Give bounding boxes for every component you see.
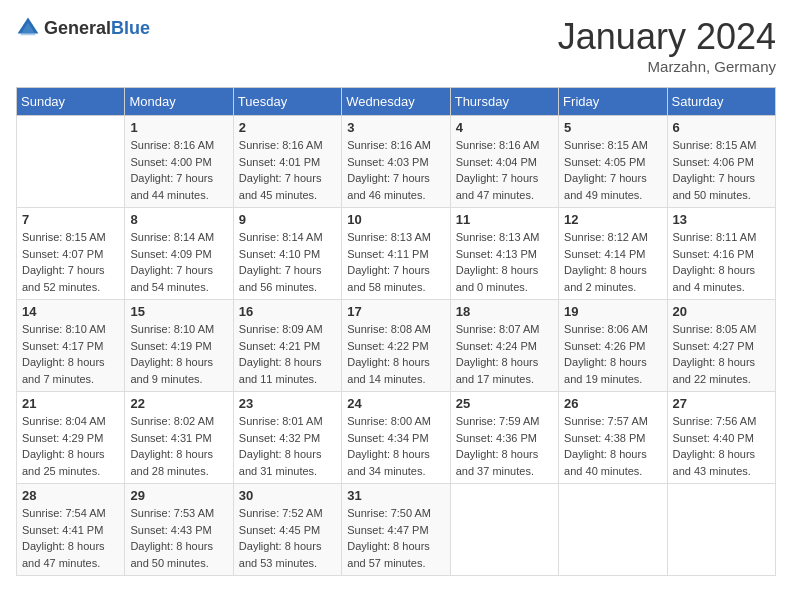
day-detail: Sunset: 4:40 PM bbox=[673, 430, 770, 447]
day-number: 11 bbox=[456, 212, 553, 227]
day-number: 28 bbox=[22, 488, 119, 503]
day-number: 4 bbox=[456, 120, 553, 135]
day-number: 6 bbox=[673, 120, 770, 135]
day-info: Sunrise: 8:10 AMSunset: 4:19 PMDaylight:… bbox=[130, 321, 227, 387]
day-detail: Sunset: 4:13 PM bbox=[456, 246, 553, 263]
logo-text-blue: Blue bbox=[111, 18, 150, 38]
day-info: Sunrise: 7:52 AMSunset: 4:45 PMDaylight:… bbox=[239, 505, 336, 571]
day-number: 22 bbox=[130, 396, 227, 411]
day-detail: Sunrise: 8:05 AM bbox=[673, 321, 770, 338]
day-detail: Sunrise: 8:15 AM bbox=[564, 137, 661, 154]
day-detail: Sunset: 4:16 PM bbox=[673, 246, 770, 263]
day-detail: Sunrise: 8:15 AM bbox=[673, 137, 770, 154]
page-header: GeneralBlue January 2024 Marzahn, German… bbox=[16, 16, 776, 75]
day-info: Sunrise: 8:11 AMSunset: 4:16 PMDaylight:… bbox=[673, 229, 770, 295]
day-detail: Daylight: 7 hours and 58 minutes. bbox=[347, 262, 444, 295]
day-detail: Sunset: 4:41 PM bbox=[22, 522, 119, 539]
calendar-cell bbox=[667, 484, 775, 576]
day-detail: Sunset: 4:47 PM bbox=[347, 522, 444, 539]
day-info: Sunrise: 8:07 AMSunset: 4:24 PMDaylight:… bbox=[456, 321, 553, 387]
day-detail: Sunrise: 8:14 AM bbox=[239, 229, 336, 246]
day-number: 5 bbox=[564, 120, 661, 135]
calendar-cell: 23Sunrise: 8:01 AMSunset: 4:32 PMDayligh… bbox=[233, 392, 341, 484]
calendar-cell: 27Sunrise: 7:56 AMSunset: 4:40 PMDayligh… bbox=[667, 392, 775, 484]
day-number: 8 bbox=[130, 212, 227, 227]
day-detail: Daylight: 7 hours and 44 minutes. bbox=[130, 170, 227, 203]
day-of-week-wednesday: Wednesday bbox=[342, 88, 450, 116]
day-of-week-tuesday: Tuesday bbox=[233, 88, 341, 116]
day-detail: Sunrise: 8:16 AM bbox=[239, 137, 336, 154]
day-detail: Sunset: 4:27 PM bbox=[673, 338, 770, 355]
day-detail: Sunrise: 8:16 AM bbox=[456, 137, 553, 154]
day-detail: Sunset: 4:43 PM bbox=[130, 522, 227, 539]
day-detail: Sunrise: 8:06 AM bbox=[564, 321, 661, 338]
calendar-cell: 16Sunrise: 8:09 AMSunset: 4:21 PMDayligh… bbox=[233, 300, 341, 392]
day-detail: Daylight: 7 hours and 52 minutes. bbox=[22, 262, 119, 295]
day-detail: Daylight: 8 hours and 47 minutes. bbox=[22, 538, 119, 571]
day-detail: Daylight: 8 hours and 25 minutes. bbox=[22, 446, 119, 479]
day-detail: Sunrise: 7:59 AM bbox=[456, 413, 553, 430]
day-detail: Sunrise: 8:12 AM bbox=[564, 229, 661, 246]
calendar-cell: 2Sunrise: 8:16 AMSunset: 4:01 PMDaylight… bbox=[233, 116, 341, 208]
day-detail: Daylight: 8 hours and 11 minutes. bbox=[239, 354, 336, 387]
day-detail: Sunrise: 7:53 AM bbox=[130, 505, 227, 522]
day-detail: Sunrise: 8:16 AM bbox=[130, 137, 227, 154]
day-number: 24 bbox=[347, 396, 444, 411]
day-detail: Sunrise: 8:16 AM bbox=[347, 137, 444, 154]
week-row-2: 7Sunrise: 8:15 AMSunset: 4:07 PMDaylight… bbox=[17, 208, 776, 300]
calendar-cell: 18Sunrise: 8:07 AMSunset: 4:24 PMDayligh… bbox=[450, 300, 558, 392]
day-detail: Daylight: 7 hours and 45 minutes. bbox=[239, 170, 336, 203]
day-number: 21 bbox=[22, 396, 119, 411]
days-of-week-row: SundayMondayTuesdayWednesdayThursdayFrid… bbox=[17, 88, 776, 116]
day-detail: Daylight: 8 hours and 22 minutes. bbox=[673, 354, 770, 387]
day-detail: Sunrise: 8:10 AM bbox=[130, 321, 227, 338]
day-detail: Daylight: 8 hours and 31 minutes. bbox=[239, 446, 336, 479]
day-info: Sunrise: 8:05 AMSunset: 4:27 PMDaylight:… bbox=[673, 321, 770, 387]
day-number: 26 bbox=[564, 396, 661, 411]
day-detail: Sunrise: 7:50 AM bbox=[347, 505, 444, 522]
calendar-cell: 22Sunrise: 8:02 AMSunset: 4:31 PMDayligh… bbox=[125, 392, 233, 484]
calendar-cell: 9Sunrise: 8:14 AMSunset: 4:10 PMDaylight… bbox=[233, 208, 341, 300]
day-info: Sunrise: 8:16 AMSunset: 4:04 PMDaylight:… bbox=[456, 137, 553, 203]
month-title: January 2024 bbox=[558, 16, 776, 58]
calendar-cell bbox=[450, 484, 558, 576]
day-number: 9 bbox=[239, 212, 336, 227]
day-number: 17 bbox=[347, 304, 444, 319]
day-number: 10 bbox=[347, 212, 444, 227]
day-detail: Sunset: 4:04 PM bbox=[456, 154, 553, 171]
day-info: Sunrise: 8:14 AMSunset: 4:09 PMDaylight:… bbox=[130, 229, 227, 295]
day-of-week-friday: Friday bbox=[559, 88, 667, 116]
calendar-cell: 17Sunrise: 8:08 AMSunset: 4:22 PMDayligh… bbox=[342, 300, 450, 392]
day-number: 15 bbox=[130, 304, 227, 319]
day-detail: Sunset: 4:14 PM bbox=[564, 246, 661, 263]
day-number: 1 bbox=[130, 120, 227, 135]
calendar-cell: 12Sunrise: 8:12 AMSunset: 4:14 PMDayligh… bbox=[559, 208, 667, 300]
day-detail: Sunset: 4:22 PM bbox=[347, 338, 444, 355]
day-detail: Daylight: 8 hours and 53 minutes. bbox=[239, 538, 336, 571]
day-info: Sunrise: 8:12 AMSunset: 4:14 PMDaylight:… bbox=[564, 229, 661, 295]
day-number: 29 bbox=[130, 488, 227, 503]
day-of-week-thursday: Thursday bbox=[450, 88, 558, 116]
day-detail: Sunset: 4:26 PM bbox=[564, 338, 661, 355]
calendar-cell: 11Sunrise: 8:13 AMSunset: 4:13 PMDayligh… bbox=[450, 208, 558, 300]
day-info: Sunrise: 8:09 AMSunset: 4:21 PMDaylight:… bbox=[239, 321, 336, 387]
day-detail: Sunset: 4:21 PM bbox=[239, 338, 336, 355]
day-detail: Daylight: 8 hours and 50 minutes. bbox=[130, 538, 227, 571]
calendar-cell: 4Sunrise: 8:16 AMSunset: 4:04 PMDaylight… bbox=[450, 116, 558, 208]
day-info: Sunrise: 8:14 AMSunset: 4:10 PMDaylight:… bbox=[239, 229, 336, 295]
day-detail: Sunrise: 8:00 AM bbox=[347, 413, 444, 430]
day-detail: Daylight: 8 hours and 9 minutes. bbox=[130, 354, 227, 387]
day-detail: Sunrise: 8:10 AM bbox=[22, 321, 119, 338]
day-detail: Sunrise: 8:13 AM bbox=[347, 229, 444, 246]
calendar-cell: 7Sunrise: 8:15 AMSunset: 4:07 PMDaylight… bbox=[17, 208, 125, 300]
calendar-cell: 14Sunrise: 8:10 AMSunset: 4:17 PMDayligh… bbox=[17, 300, 125, 392]
day-detail: Daylight: 8 hours and 2 minutes. bbox=[564, 262, 661, 295]
day-info: Sunrise: 8:00 AMSunset: 4:34 PMDaylight:… bbox=[347, 413, 444, 479]
day-detail: Daylight: 7 hours and 54 minutes. bbox=[130, 262, 227, 295]
day-number: 3 bbox=[347, 120, 444, 135]
calendar-cell bbox=[17, 116, 125, 208]
day-info: Sunrise: 8:15 AMSunset: 4:05 PMDaylight:… bbox=[564, 137, 661, 203]
day-detail: Sunset: 4:45 PM bbox=[239, 522, 336, 539]
day-number: 20 bbox=[673, 304, 770, 319]
day-detail: Sunrise: 8:11 AM bbox=[673, 229, 770, 246]
